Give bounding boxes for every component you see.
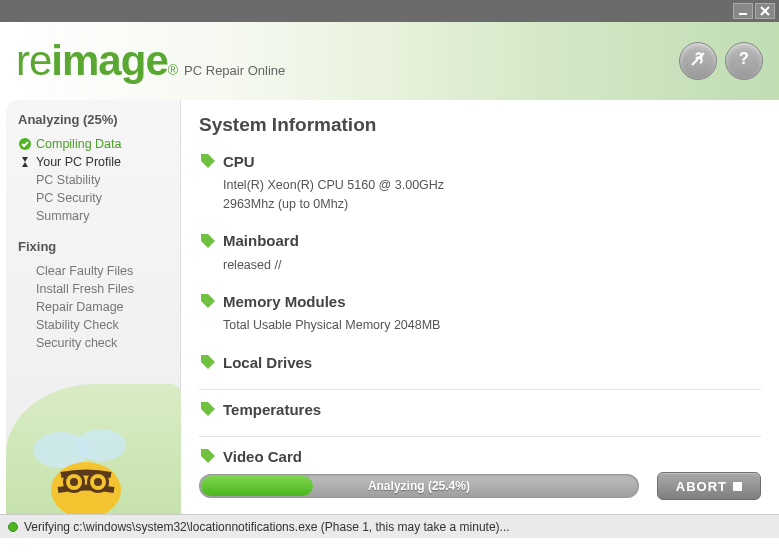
help-button[interactable]: ? — [725, 42, 763, 80]
status-bar: Verifying c:\windows\system32\locationno… — [0, 514, 779, 538]
bee-icon — [26, 410, 146, 514]
logo-tagline: PC Repair Online — [184, 63, 285, 78]
sidebar-item-stability-check[interactable]: Stability Check — [18, 316, 180, 334]
sidebar: Analyzing (25%) Compiling Data Your PC P… — [6, 100, 181, 514]
sidebar-analyzing-list: Compiling Data Your PC Profile PC Stabil… — [18, 135, 180, 225]
sidebar-item-label: PC Security — [36, 191, 102, 205]
minimize-button[interactable] — [733, 3, 753, 19]
page-title: System Information — [199, 114, 761, 136]
sidebar-item-label: Clear Faulty Files — [36, 264, 133, 278]
svg-point-12 — [70, 478, 78, 486]
sidebar-item-compiling-data[interactable]: Compiling Data — [18, 135, 180, 153]
section-heading: CPU — [223, 153, 255, 170]
tag-icon — [199, 353, 217, 371]
section-heading: Video Card — [223, 448, 302, 465]
memory-info: Total Usable Physical Memory 2048MB — [223, 316, 761, 335]
sidebar-item-install-fresh-files[interactable]: Install Fresh Files — [18, 280, 180, 298]
sidebar-item-pc-security[interactable]: PC Security — [18, 189, 180, 207]
section-mainboard: Mainboard released // — [199, 232, 761, 275]
divider — [199, 389, 761, 390]
progress-label: Analyzing (25.4%) — [199, 474, 639, 498]
tag-icon — [199, 232, 217, 250]
hourglass-icon — [18, 155, 32, 169]
mascot-area — [6, 384, 181, 514]
status-text: Verifying c:\windows\system32\locationno… — [24, 520, 510, 534]
settings-button[interactable] — [679, 42, 717, 80]
tag-icon — [199, 447, 217, 465]
sidebar-analyzing-heading: Analyzing (25%) — [18, 112, 180, 127]
section-memory: Memory Modules Total Usable Physical Mem… — [199, 292, 761, 335]
sidebar-item-label: Compiling Data — [36, 137, 121, 151]
sidebar-item-label: Stability Check — [36, 318, 119, 332]
tag-icon — [199, 292, 217, 310]
logo-prefix: re — [16, 37, 51, 85]
tag-icon — [199, 400, 217, 418]
mainboard-info: released // — [223, 256, 761, 275]
sidebar-item-label: Security check — [36, 336, 117, 350]
tools-icon — [688, 49, 708, 73]
sidebar-fixing-heading: Fixing — [18, 239, 180, 254]
svg-text:?: ? — [739, 50, 749, 67]
question-icon: ? — [734, 49, 754, 73]
abort-label: ABORT — [676, 479, 727, 494]
check-icon — [18, 137, 32, 151]
sidebar-item-your-pc-profile[interactable]: Your PC Profile — [18, 153, 180, 171]
sidebar-item-label: Your PC Profile — [36, 155, 121, 169]
sidebar-item-label: Repair Damage — [36, 300, 124, 314]
section-heading: Temperatures — [223, 401, 321, 418]
sidebar-item-repair-damage[interactable]: Repair Damage — [18, 298, 180, 316]
svg-point-6 — [76, 429, 126, 461]
section-temperatures: Temperatures — [199, 400, 761, 418]
sidebar-fixing-list: Clear Faulty Files Install Fresh Files R… — [18, 262, 180, 352]
logo-suffix: image — [51, 37, 167, 85]
cpu-model: Intel(R) Xeon(R) CPU 5160 @ 3.00GHz — [223, 176, 761, 195]
section-heading: Memory Modules — [223, 293, 346, 310]
section-cpu: CPU Intel(R) Xeon(R) CPU 5160 @ 3.00GHz … — [199, 152, 761, 214]
logo-registered: ® — [168, 62, 178, 78]
sidebar-item-label: Install Fresh Files — [36, 282, 134, 296]
sidebar-item-pc-stability[interactable]: PC Stability — [18, 171, 180, 189]
header: reimage® PC Repair Online ? — [0, 22, 779, 100]
progress-bar: Analyzing (25.4%) — [199, 474, 639, 498]
section-heading: Mainboard — [223, 232, 299, 249]
section-video-card: Video Card — [199, 447, 761, 465]
main-content: System Information CPU Intel(R) Xeon(R) … — [181, 100, 779, 514]
status-dot-icon — [8, 522, 18, 532]
sidebar-item-label: PC Stability — [36, 173, 101, 187]
tag-icon — [199, 152, 217, 170]
stop-icon — [733, 482, 742, 491]
close-button[interactable] — [755, 3, 775, 19]
sidebar-item-summary[interactable]: Summary — [18, 207, 180, 225]
section-heading: Local Drives — [223, 354, 312, 371]
sidebar-item-clear-faulty-files[interactable]: Clear Faulty Files — [18, 262, 180, 280]
sidebar-item-label: Summary — [36, 209, 89, 223]
section-local-drives: Local Drives — [199, 353, 761, 371]
svg-point-13 — [94, 478, 102, 486]
logo: reimage® PC Repair Online — [16, 37, 285, 85]
abort-button[interactable]: ABORT — [657, 472, 761, 500]
sidebar-item-security-check[interactable]: Security check — [18, 334, 180, 352]
divider — [199, 436, 761, 437]
title-bar — [0, 0, 779, 22]
cpu-speed: 2963Mhz (up to 0Mhz) — [223, 195, 761, 214]
